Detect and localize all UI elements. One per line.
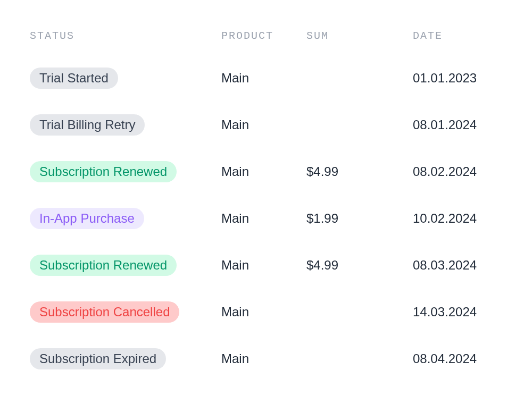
date-cell: 01.01.2023 xyxy=(413,71,502,86)
date-cell: 08.01.2024 xyxy=(413,117,502,132)
date-cell: 08.02.2024 xyxy=(413,164,502,179)
table-row: Trial Billing Retry Main 08.01.2024 xyxy=(30,114,502,136)
product-cell: Main xyxy=(221,71,306,86)
status-badge: Subscription Renewed xyxy=(30,255,177,276)
status-badge: Subscription Renewed xyxy=(30,161,177,182)
table-row: Subscription Renewed Main $4.99 08.02.20… xyxy=(30,161,502,182)
table-row: Subscription Cancelled Main 14.03.2024 xyxy=(30,301,502,323)
subscription-history-card: STATUS PRODUCT SUM DATE Trial Started Ma… xyxy=(0,0,532,404)
status-badge: Subscription Expired xyxy=(30,348,166,369)
column-header-sum: SUM xyxy=(306,30,413,42)
status-cell: Subscription Renewed xyxy=(30,255,221,276)
status-cell: Trial Started xyxy=(30,68,221,89)
product-cell: Main xyxy=(221,258,306,273)
product-cell: Main xyxy=(221,211,306,226)
status-cell: Subscription Expired xyxy=(30,348,221,369)
status-cell: Subscription Cancelled xyxy=(30,301,221,323)
status-cell: Trial Billing Retry xyxy=(30,114,221,136)
status-badge: In-App Purchase xyxy=(30,208,144,229)
status-cell: Subscription Renewed xyxy=(30,161,221,182)
date-cell: 08.03.2024 xyxy=(413,258,502,273)
column-header-status: STATUS xyxy=(30,30,221,42)
status-badge: Trial Billing Retry xyxy=(30,114,145,136)
table-header-row: STATUS PRODUCT SUM DATE xyxy=(30,30,502,42)
table-row: Subscription Renewed Main $4.99 08.03.20… xyxy=(30,255,502,276)
column-header-date: DATE xyxy=(413,30,502,42)
product-cell: Main xyxy=(221,117,306,132)
product-cell: Main xyxy=(221,351,306,366)
table-row: In-App Purchase Main $1.99 10.02.2024 xyxy=(30,208,502,229)
date-cell: 10.02.2024 xyxy=(413,211,502,226)
sum-cell: $4.99 xyxy=(306,258,413,273)
date-cell: 08.04.2024 xyxy=(413,351,502,366)
date-cell: 14.03.2024 xyxy=(413,305,502,319)
table-row: Trial Started Main 01.01.2023 xyxy=(30,68,502,89)
product-cell: Main xyxy=(221,305,306,319)
sum-cell: $1.99 xyxy=(306,211,413,226)
table-row: Subscription Expired Main 08.04.2024 xyxy=(30,348,502,369)
column-header-product: PRODUCT xyxy=(221,30,306,42)
status-badge: Trial Started xyxy=(30,68,118,89)
product-cell: Main xyxy=(221,164,306,179)
status-cell: In-App Purchase xyxy=(30,208,221,229)
sum-cell: $4.99 xyxy=(306,164,413,179)
subscription-table: STATUS PRODUCT SUM DATE Trial Started Ma… xyxy=(30,30,502,369)
status-badge: Subscription Cancelled xyxy=(30,301,179,323)
